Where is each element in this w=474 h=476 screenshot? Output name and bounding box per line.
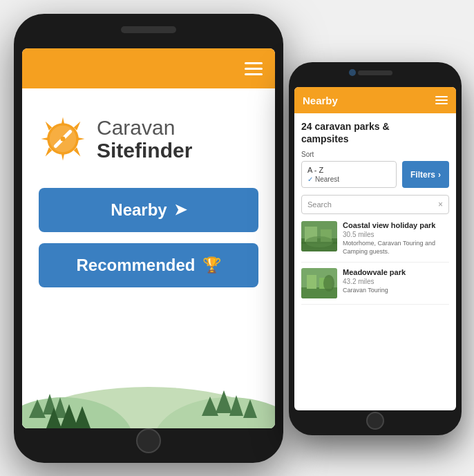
park-item-2[interactable]: Meadowvale park 43.2 miles Caravan Touri…: [301, 268, 449, 305]
nearby-label: Nearby: [111, 200, 167, 220]
small-body: 24 caravan parks & campsites Sort A - Z …: [294, 113, 456, 410]
logo-sitefinder-text: Sitefinder: [97, 139, 192, 162]
park-item-1[interactable]: Coastal view holiday park 30.5 miles Mot…: [301, 221, 449, 262]
recommended-button[interactable]: Recommended 🏆: [39, 243, 258, 287]
park-image-1: [301, 221, 337, 251]
large-screen: Caravan Sitefinder Nearby ➤ Recommended …: [22, 48, 275, 428]
sort-nearest-option: ✓ Nearest: [307, 175, 390, 183]
parks-count: 24 caravan parks & campsites: [301, 120, 449, 145]
small-home-button[interactable]: [366, 412, 384, 430]
trophy-icon: 🏆: [202, 256, 221, 274]
park-image-2: [301, 268, 337, 298]
svg-point-30: [305, 236, 333, 247]
park-name-2: Meadowvale park: [343, 268, 449, 276]
search-bar[interactable]: Search ×: [301, 195, 449, 214]
large-phone: Caravan Sitefinder Nearby ➤ Recommended …: [14, 14, 283, 463]
sort-label: Sort: [301, 151, 449, 158]
small-header-title: Nearby: [303, 95, 338, 106]
large-body: Caravan Sitefinder Nearby ➤ Recommended …: [22, 88, 275, 428]
chevron-right-icon: ›: [438, 170, 441, 180]
small-hamburger-icon[interactable]: [435, 96, 448, 104]
svg-point-11: [61, 137, 66, 142]
park-name-1: Coastal view holiday park: [343, 221, 449, 229]
check-icon: ✓: [307, 175, 313, 183]
hamburger-icon[interactable]: [245, 62, 263, 75]
nearby-button[interactable]: Nearby ➤: [39, 188, 258, 232]
park-info-2: Meadowvale park 43.2 miles Caravan Touri…: [343, 268, 449, 298]
filters-button[interactable]: Filters ›: [402, 161, 449, 188]
svg-point-35: [323, 275, 334, 292]
small-screen: Nearby 24 caravan parks & campsites Sort…: [294, 87, 456, 410]
park-info-1: Coastal view holiday park 30.5 miles Mot…: [343, 221, 449, 256]
svg-rect-33: [307, 275, 316, 289]
logo-text: Caravan Sitefinder: [97, 116, 192, 162]
logo-caravan-text: Caravan: [97, 116, 192, 139]
park-type-1: Motorhome, Caravan Touring and Camping g…: [343, 240, 449, 256]
navigate-icon: ➤: [174, 201, 187, 219]
landscape-hills: [22, 339, 275, 428]
large-header: [22, 48, 275, 88]
logo-icon: [39, 115, 87, 163]
clear-search-icon[interactable]: ×: [438, 200, 443, 209]
sort-box[interactable]: A - Z ✓ Nearest: [301, 161, 397, 188]
park-distance-2: 43.2 miles: [343, 278, 449, 285]
scene: Caravan Sitefinder Nearby ➤ Recommended …: [0, 0, 474, 476]
recommended-label: Recommended: [76, 256, 195, 275]
sort-filter-row: A - Z ✓ Nearest Filters ›: [301, 161, 449, 188]
park-distance-1: 30.5 miles: [343, 231, 449, 238]
small-camera: [349, 69, 356, 76]
sort-az-option: A - Z: [307, 166, 390, 174]
large-home-button[interactable]: [136, 428, 161, 453]
logo-area: Caravan Sitefinder: [39, 115, 258, 163]
search-placeholder: Search: [307, 200, 332, 209]
small-header: Nearby: [294, 87, 456, 113]
small-phone: Nearby 24 caravan parks & campsites Sort…: [289, 62, 462, 435]
large-speaker: [121, 26, 176, 33]
park-type-2: Caravan Touring: [343, 287, 449, 295]
small-speaker: [358, 70, 392, 75]
